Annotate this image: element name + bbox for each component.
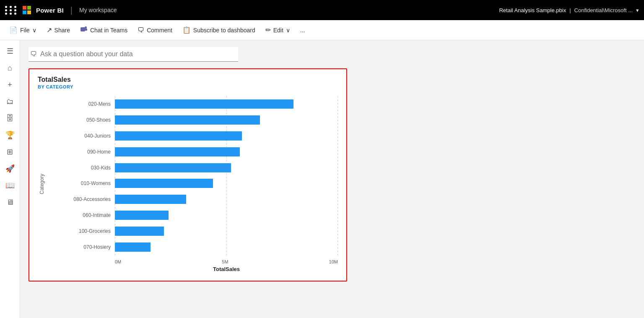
bar-label: 040-Juniors xyxy=(48,133,115,139)
bar-row: 030-Kids xyxy=(48,161,338,175)
bar-label: 030-Kids xyxy=(48,165,115,171)
nav-comment-label: Comment xyxy=(147,27,172,34)
nav-subscribe-label: Subscribe to dashboard xyxy=(193,27,255,34)
teams-icon xyxy=(80,26,88,35)
bar-fill[interactable] xyxy=(115,147,240,156)
bar-row: 010-Womens xyxy=(48,177,338,190)
nav-file-label: File xyxy=(20,27,30,34)
sidebar-item-monitor[interactable]: 🖥 xyxy=(3,195,18,210)
powerbi-brand: Power BI xyxy=(36,7,64,14)
bar-chart: Category 020-Mens050-Shoes040-Juniors090… xyxy=(38,96,338,272)
bar-fill[interactable] xyxy=(115,179,213,188)
edit-icon: ✏ xyxy=(265,26,271,34)
bar-track xyxy=(115,163,338,172)
nav-comment[interactable]: 🗨 Comment xyxy=(133,24,177,36)
nav-share[interactable]: ↗ Share xyxy=(42,23,74,36)
edit-chevron: ∨ xyxy=(286,27,290,34)
bar-row: 040-Juniors xyxy=(48,129,338,143)
bar-fill[interactable] xyxy=(115,163,231,172)
sidebar-item-goals[interactable]: 🏆 xyxy=(3,128,18,143)
qa-input[interactable] xyxy=(40,50,236,58)
svg-point-1 xyxy=(85,26,87,29)
y-axis-label: Category xyxy=(38,96,46,272)
sidebar-item-apps[interactable]: ⊞ xyxy=(3,144,18,159)
sidebar-item-data[interactable]: 🗄 xyxy=(3,111,18,126)
qa-bar: 🗨 xyxy=(29,47,238,62)
bar-label: 090-Home xyxy=(48,149,115,155)
confidentiality-label: Confidential\Microsoft ... xyxy=(574,7,633,13)
chart-card: TotalSales BY CATEGORY Category xyxy=(29,68,347,282)
sidebar-item-learn[interactable]: 🚀 xyxy=(3,161,18,176)
confidentiality-dropdown[interactable]: ▾ xyxy=(636,7,639,13)
nav-chat-in-teams-label: Chat in Teams xyxy=(90,27,127,34)
bar-track xyxy=(115,115,338,125)
qa-icon: 🗨 xyxy=(30,50,37,58)
layout: ☰ ⌂ + 🗂 🗄 🏆 ⊞ 🚀 📖 🖥 🗨 TotalSales BY CATE… xyxy=(0,40,644,318)
top-bar: Power BI | My workspace Retail Analysis … xyxy=(0,0,644,20)
bar-track xyxy=(115,131,338,141)
bar-fill[interactable] xyxy=(115,195,186,204)
x-tick: 5M xyxy=(222,259,228,264)
sidebar-item-open-book[interactable]: 📖 xyxy=(3,178,18,193)
bar-row: 100-Groceries xyxy=(48,224,338,238)
chart-inner: 020-Mens050-Shoes040-Juniors090-Home030-… xyxy=(48,96,338,272)
bar-fill[interactable] xyxy=(115,131,242,141)
sidebar: ☰ ⌂ + 🗂 🗄 🏆 ⊞ 🚀 📖 🖥 xyxy=(0,40,20,318)
nav-edit-label: Edit xyxy=(273,27,283,34)
bars-area: 020-Mens050-Shoes040-Juniors090-Home030-… xyxy=(48,96,338,257)
main-content: 🗨 TotalSales BY CATEGORY Category xyxy=(20,40,644,318)
sidebar-item-hamburger[interactable]: ☰ xyxy=(3,44,18,59)
sidebar-item-browse[interactable]: 🗂 xyxy=(3,94,18,109)
svg-rect-2 xyxy=(85,29,87,31)
bar-row: 080-Accessories xyxy=(48,193,338,206)
nav-chat-in-teams[interactable]: Chat in Teams xyxy=(76,23,132,37)
file-chevron: ∨ xyxy=(32,27,36,34)
bar-label: 050-Shoes xyxy=(48,117,115,123)
app-launcher-button[interactable] xyxy=(5,6,18,15)
nav-more-label: ... xyxy=(300,27,305,34)
bar-row: 090-Home xyxy=(48,145,338,159)
x-axis: 0M5M10M xyxy=(48,259,338,264)
nav-subscribe[interactable]: 📋 Subscribe to dashboard xyxy=(178,23,260,36)
nav-edit[interactable]: ✏ Edit ∨ xyxy=(261,23,294,36)
bar-label: 100-Groceries xyxy=(48,228,115,234)
bar-fill[interactable] xyxy=(115,211,169,220)
bar-label: 060-Intimate xyxy=(48,212,115,218)
subscribe-icon: 📋 xyxy=(182,26,191,34)
nav-more[interactable]: ... xyxy=(296,24,309,36)
nav-share-label: Share xyxy=(55,27,70,34)
svg-rect-0 xyxy=(80,27,85,31)
bar-row: 050-Shoes xyxy=(48,113,338,127)
share-icon: ↗ xyxy=(47,26,52,34)
microsoft-logo xyxy=(23,6,31,14)
nav-file[interactable]: 📄 File ∨ xyxy=(5,23,41,36)
top-bar-right: Retail Analysis Sample.pbix | Confidenti… xyxy=(499,7,639,13)
bar-track xyxy=(115,242,338,252)
bar-row: 060-Intimate xyxy=(48,209,338,222)
chart-subtitle: BY CATEGORY xyxy=(38,84,338,89)
bar-track xyxy=(115,195,338,204)
bar-label: 010-Womens xyxy=(48,180,115,186)
sidebar-item-create[interactable]: + xyxy=(3,77,18,92)
bar-fill[interactable] xyxy=(115,227,164,236)
bar-track xyxy=(115,227,338,236)
bar-fill[interactable] xyxy=(115,99,293,109)
x-tick: 10M xyxy=(329,259,338,264)
nav-bar: 📄 File ∨ ↗ Share Chat in Teams 🗨 Comment… xyxy=(0,20,644,40)
bar-label: 080-Accessories xyxy=(48,196,115,202)
top-bar-pipe: | xyxy=(569,7,571,13)
bar-track xyxy=(115,99,338,109)
bar-fill[interactable] xyxy=(115,115,260,125)
bar-track xyxy=(115,179,338,188)
bar-label: 020-Mens xyxy=(48,101,115,107)
sidebar-item-home[interactable]: ⌂ xyxy=(3,60,18,76)
bar-row: 020-Mens xyxy=(48,97,338,111)
filename-label: Retail Analysis Sample.pbix xyxy=(499,7,566,13)
workspace-label[interactable]: My workspace xyxy=(79,7,117,13)
x-tick: 0M xyxy=(115,259,121,264)
top-bar-separator: | xyxy=(70,5,73,15)
chart-title: TotalSales xyxy=(38,76,338,83)
bar-fill[interactable] xyxy=(115,242,151,252)
bar-track xyxy=(115,147,338,156)
bar-label: 070-Hosiery xyxy=(48,244,115,250)
